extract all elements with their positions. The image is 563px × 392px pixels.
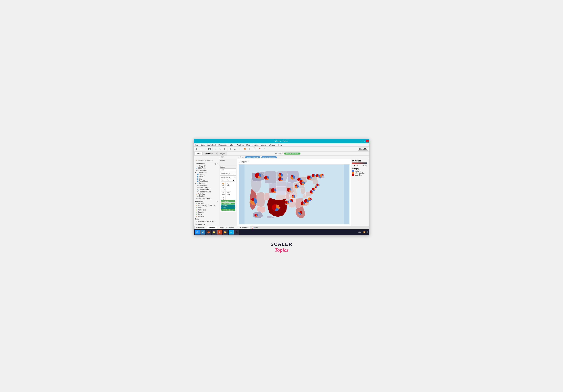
- dim-profit-bin[interactable]: # Profit (bin): [194, 193, 219, 195]
- maximize-button[interactable]: □: [363, 140, 366, 143]
- taskbar-folder[interactable]: 📁: [212, 230, 217, 235]
- dim-category[interactable]: Abc Category: [194, 184, 219, 186]
- meas-quantity[interactable]: # Quantity: [194, 211, 219, 213]
- menu-data[interactable]: Data: [200, 144, 205, 146]
- tab-analytics[interactable]: Analytics: [203, 152, 215, 155]
- state-label: State: [199, 176, 203, 178]
- toolbar-duplicate[interactable]: ⧉: [229, 147, 232, 151]
- taskbar-firefox[interactable]: 🦊: [206, 230, 211, 235]
- grid-icon[interactable]: ⊞: [256, 227, 258, 229]
- marks-field-category[interactable]: ≡ Category: [221, 200, 235, 202]
- dim-postal-code[interactable]: Postal Code: [194, 180, 219, 182]
- taskbar-files[interactable]: 📂: [223, 230, 228, 235]
- start-button[interactable]: ⊞: [195, 230, 200, 235]
- show-me-button[interactable]: Show Me: [358, 148, 368, 151]
- marks-field-pct[interactable]: ρ SUM(Pct Sales...: [221, 209, 235, 211]
- menu-worksheet[interactable]: Worksheet: [207, 144, 216, 146]
- meas-discount[interactable]: # Discount: [194, 202, 219, 205]
- dimensions-expand-icon[interactable]: ▸: [217, 163, 218, 165]
- toolbar-color[interactable]: 🎨: [243, 147, 247, 151]
- menu-analysis[interactable]: Analysis: [237, 144, 244, 146]
- new-sheet-icon[interactable]: 📊: [251, 227, 254, 229]
- menu-map[interactable]: Map: [246, 144, 250, 146]
- dim-ship-date[interactable]: 🗓 Ship Date: [194, 167, 219, 169]
- minimize-button[interactable]: ─: [360, 140, 363, 143]
- marks-detail-btn[interactable]: ⊞ Detail: [221, 191, 225, 195]
- menu-story[interactable]: Story: [230, 144, 235, 146]
- dim-measure-names[interactable]: Abc Measure Names: [194, 197, 219, 199]
- tab-sheet1[interactable]: Sheet 1: [207, 226, 217, 229]
- geo-icon-state: [197, 176, 198, 178]
- toolbar-forward[interactable]: →: [204, 147, 207, 151]
- marks-field-sum-sales[interactable]: ρ SUM(Sales): [221, 203, 235, 205]
- toolbar-pause[interactable]: ⏸: [222, 147, 226, 151]
- tabs-expand[interactable]: ×: [216, 152, 217, 155]
- menu-window[interactable]: Window: [269, 144, 276, 146]
- dim-product-name[interactable]: Abc Product Name: [194, 191, 219, 193]
- marks-angle-btn[interactable]: ρ Angle: [221, 196, 225, 200]
- toolbar-undo[interactable]: ↩: [214, 147, 218, 151]
- toolbar-swap[interactable]: ⇄: [233, 147, 237, 151]
- hash-icon-orange: #: [196, 193, 197, 195]
- marks-label-btn[interactable]: T Label: [221, 187, 225, 191]
- toolbar-save[interactable]: 💾: [208, 147, 211, 151]
- abc-icon: Abc: [196, 165, 199, 167]
- taskbar-snowflake[interactable]: ❄: [234, 230, 239, 235]
- data-source-row[interactable]: 📋 Sample - Superstore: [194, 159, 219, 162]
- dim-subcategory[interactable]: Abc Sub-Category: [194, 186, 219, 189]
- country-label: Country: [199, 174, 205, 176]
- marks-size-btn[interactable]: ◯ Size: [226, 182, 231, 186]
- toolbar-redo[interactable]: ↪: [218, 147, 222, 151]
- menu-dashboard[interactable]: Dashboard: [218, 144, 228, 146]
- marks-tooltip-btn[interactable]: 💬 Tooltip: [226, 191, 231, 195]
- menu-file[interactable]: File: [195, 144, 198, 146]
- meas-sales[interactable]: # Sales: [194, 213, 219, 215]
- dim-city[interactable]: City: [194, 178, 219, 180]
- rows-lat2-pill[interactable]: Latitude (generated): [261, 156, 277, 158]
- close-button[interactable]: ✕: [366, 140, 369, 143]
- set-top-customers[interactable]: ⊙ Top Customers by Pro...: [194, 221, 219, 222]
- abc-icon-prod: Abc: [197, 191, 200, 193]
- menu-format[interactable]: Format: [252, 144, 259, 146]
- meas-sales-by[interactable]: # Sales By...: [194, 215, 219, 217]
- dim-state[interactable]: State: [194, 176, 219, 178]
- toolbar-map-pin[interactable]: 📍: [258, 147, 262, 151]
- dim-location-group[interactable]: ▼ △ Location: [194, 171, 219, 174]
- marks-lat2-card[interactable]: ∧ Latitude (ge... ⊙ ⊙ Pie ▼ 🎨 Color: [220, 176, 236, 212]
- marks-type-dropdown[interactable]: ⊙ Pie ▼: [221, 179, 235, 182]
- measures-expand-icon[interactable]: ▸: [217, 200, 218, 202]
- tab-dual-axis[interactable]: Dual Axis Map: [236, 226, 250, 229]
- taskbar-powerpoint[interactable]: P: [217, 230, 222, 235]
- toolbar-label[interactable]: T: [248, 147, 251, 151]
- dimensions-search-icon[interactable]: ≡: [214, 163, 215, 165]
- toolbar-sort[interactable]: ↕: [237, 147, 241, 151]
- marks-color-btn[interactable]: 🎨 Color: [221, 182, 225, 186]
- duplicate-sheet-icon[interactable]: ⧉: [254, 227, 256, 229]
- toolbar-share[interactable]: ↗: [262, 147, 266, 151]
- tab-fixed-lod[interactable]: FIXED LOD Example: [217, 226, 236, 229]
- tab-data-source[interactable]: Data Source: [194, 226, 207, 229]
- dim-ship-mode[interactable]: Abc Ship Mode: [194, 169, 219, 171]
- meas-profit-ratio[interactable]: # Profit Ratio: [194, 209, 219, 211]
- columns-longitude-pill[interactable]: Longitude (generate...: [284, 153, 300, 155]
- dim-region[interactable]: Abc Region: [194, 195, 219, 197]
- toolbar-home[interactable]: ⚙: [195, 147, 198, 151]
- meas-profit[interactable]: # Profit: [194, 207, 219, 209]
- meas-pct-sales[interactable]: # Pct Sales By St and Cat: [194, 205, 219, 207]
- menu-help[interactable]: Help: [278, 144, 282, 146]
- tab-data[interactable]: Data: [194, 152, 203, 155]
- taskbar-word[interactable]: W: [201, 230, 205, 235]
- map-container[interactable]: [239, 164, 349, 224]
- marks-field-state[interactable]: ≡ State: [221, 207, 235, 209]
- dim-order-id[interactable]: Abc Order ID: [194, 165, 219, 167]
- menu-server[interactable]: Server: [261, 144, 267, 146]
- dim-country[interactable]: Country: [194, 174, 219, 176]
- toolbar-back[interactable]: ←: [199, 147, 203, 151]
- toolbar-fit[interactable]: ⛶: [252, 147, 256, 151]
- dimensions-add-icon[interactable]: ρ: [215, 163, 216, 165]
- marks-field-country[interactable]: ≡ Country: [221, 205, 235, 207]
- dim-manufacturer[interactable]: 🔧 Manufacturer: [194, 189, 219, 191]
- rows-lat1-pill[interactable]: Latitude (generated): [245, 156, 260, 158]
- dim-product-group[interactable]: ▼ △ Product: [194, 182, 219, 184]
- taskbar-skype[interactable]: S: [229, 230, 234, 235]
